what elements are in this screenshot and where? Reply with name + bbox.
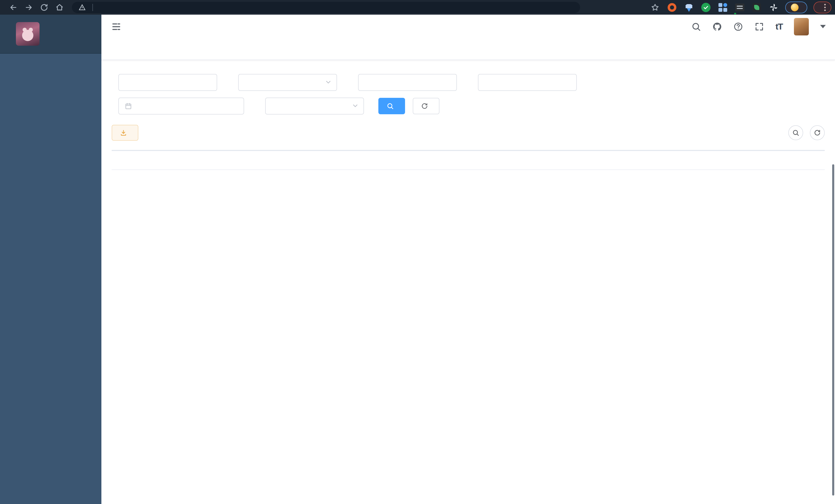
export-button[interactable] — [111, 125, 138, 141]
forward-icon[interactable] — [22, 2, 36, 13]
user-avatar[interactable] — [794, 18, 809, 36]
table-header-row — [111, 150, 825, 170]
search-button[interactable] — [378, 98, 405, 114]
search-icon — [792, 129, 799, 136]
extension-leaf-icon[interactable] — [751, 2, 762, 13]
fullscreen-icon[interactable] — [754, 22, 764, 32]
home-icon[interactable] — [53, 2, 66, 13]
font-size-icon[interactable]: tT — [775, 22, 782, 32]
extension-on-icon[interactable] — [734, 2, 745, 13]
search-icon[interactable] — [691, 22, 701, 32]
vertical-scrollbar[interactable] — [832, 164, 834, 496]
reload-icon[interactable] — [38, 2, 51, 13]
warning-icon — [79, 4, 86, 11]
refresh-icon — [814, 129, 821, 136]
sidebar-menu-bottom — [0, 53, 101, 504]
header-actions: tT — [691, 18, 826, 36]
chrome-right-cluster — [650, 2, 831, 13]
chrome-menu-icon[interactable] — [824, 4, 826, 11]
browser-update-button[interactable] — [813, 2, 831, 13]
screen: tT — [0, 0, 835, 504]
error-log-table — [111, 150, 825, 170]
request-url-input[interactable] — [478, 74, 577, 91]
app-logo — [16, 22, 40, 46]
not-secure-warning[interactable] — [79, 4, 88, 11]
toggle-search-button[interactable] — [788, 125, 803, 140]
calendar-icon — [124, 102, 132, 110]
app-name-input[interactable] — [358, 74, 457, 91]
github-icon[interactable] — [712, 22, 722, 32]
refresh-table-button[interactable] — [810, 125, 825, 140]
help-icon[interactable] — [733, 22, 743, 32]
user-type-select[interactable] — [238, 74, 337, 91]
user-menu-caret-icon[interactable] — [820, 25, 826, 28]
address-divider — [93, 4, 93, 11]
browser-chrome — [0, 0, 835, 15]
process-status-select[interactable] — [265, 98, 364, 115]
app-header: tT — [101, 15, 835, 39]
extension-orange-icon[interactable] — [667, 2, 677, 13]
tags-view-bar — [101, 39, 835, 60]
filter-app-name — [351, 74, 457, 91]
extension-grid-icon[interactable] — [717, 2, 728, 13]
collapse-menu-icon[interactable] — [110, 22, 122, 32]
extension-check-icon[interactable] — [700, 2, 711, 13]
filter-exception-time — [111, 98, 244, 115]
address-bar[interactable] — [72, 2, 580, 13]
download-icon — [120, 129, 127, 136]
filter-row-1 — [111, 74, 825, 91]
on-badge — [734, 13, 736, 14]
bookmark-star-icon[interactable] — [650, 2, 660, 13]
main-area: tT — [101, 15, 835, 504]
filter-process-status — [259, 98, 364, 115]
filter-request-url — [471, 74, 577, 91]
emoji-face-icon — [791, 4, 798, 11]
sidebar — [0, 15, 101, 504]
date-range-picker[interactable] — [118, 98, 244, 115]
page-content — [101, 60, 835, 170]
table-toolbar — [111, 125, 825, 141]
extension-pinwheel-icon[interactable] — [768, 2, 779, 13]
search-icon — [387, 102, 394, 109]
app-logo-row[interactable] — [0, 15, 101, 53]
back-icon[interactable] — [7, 2, 20, 13]
filter-user-type — [231, 74, 337, 91]
reset-button[interactable] — [413, 98, 440, 114]
chevron-down-icon — [325, 79, 332, 86]
chevron-down-icon — [352, 102, 359, 109]
user-id-input[interactable] — [118, 74, 217, 91]
refresh-icon — [421, 102, 428, 109]
filter-user-id — [111, 74, 217, 91]
table-toolbar-right — [788, 125, 825, 140]
extension-pin-icon[interactable] — [684, 2, 694, 13]
profile-paused-button[interactable] — [785, 2, 807, 13]
filter-row-2 — [111, 98, 825, 115]
